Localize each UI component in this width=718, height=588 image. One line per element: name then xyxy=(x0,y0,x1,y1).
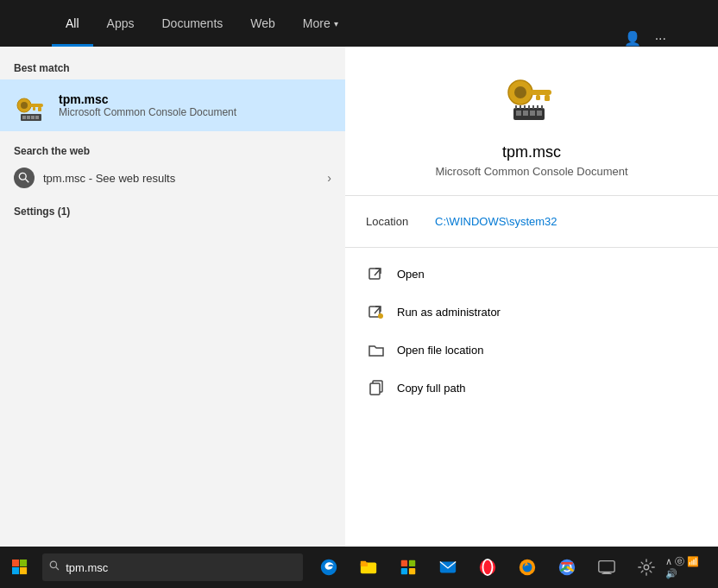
svg-rect-14 xyxy=(531,90,551,95)
svg-rect-35 xyxy=(370,383,380,395)
svg-rect-9 xyxy=(35,116,39,119)
ellipsis-icon[interactable]: ··· xyxy=(655,31,666,47)
search-icon xyxy=(14,168,35,188)
best-match-title: tpm.msc xyxy=(59,92,236,106)
open-location-action[interactable]: Open file location xyxy=(345,331,718,369)
taskbar-firefox-icon[interactable] xyxy=(508,548,546,586)
open-location-label: Open file location xyxy=(397,344,483,357)
app-title: tpm.msc xyxy=(502,143,561,161)
divider-1 xyxy=(345,195,718,196)
taskbar-search-input[interactable] xyxy=(66,561,290,574)
best-match-info: tpm.msc Microsoft Common Console Documen… xyxy=(59,92,236,118)
copy-path-label: Copy full path xyxy=(397,382,466,395)
svg-rect-7 xyxy=(27,116,30,119)
chevron-right-icon: › xyxy=(327,171,331,185)
tpm-icon xyxy=(14,88,48,123)
taskbar-chrome-icon[interactable] xyxy=(548,548,586,586)
svg-point-33 xyxy=(378,313,383,319)
taskbar-display-icon[interactable] xyxy=(588,548,626,586)
tab-apps[interactable]: Apps xyxy=(93,0,148,47)
svg-rect-23 xyxy=(520,105,521,109)
svg-rect-48 xyxy=(409,568,415,574)
settings-header: Settings (1) xyxy=(0,195,345,221)
search-tabs: All Apps Documents Web More ▾ 👤 ··· xyxy=(0,0,718,47)
best-match-subtitle: Microsoft Common Console Document xyxy=(59,106,236,118)
search-overlay: All Apps Documents Web More ▾ 👤 ··· Best… xyxy=(0,0,718,547)
svg-rect-19 xyxy=(523,111,528,116)
location-label: Location xyxy=(366,215,435,228)
svg-point-10 xyxy=(19,173,26,180)
svg-rect-28 xyxy=(541,105,543,109)
svg-rect-8 xyxy=(31,116,35,119)
left-panel: Best match xyxy=(0,47,345,547)
taskbar-edge-icon[interactable] xyxy=(310,548,348,586)
search-web-header: Search the web xyxy=(0,138,345,161)
svg-rect-22 xyxy=(515,105,517,109)
web-see-label: - See web results xyxy=(89,172,175,185)
svg-rect-21 xyxy=(537,111,542,116)
svg-rect-36 xyxy=(12,560,19,566)
user-icon[interactable]: 👤 xyxy=(624,30,641,47)
svg-rect-45 xyxy=(401,560,407,566)
svg-rect-26 xyxy=(532,105,534,109)
taskbar: ∧ ⓔ 📶 🔊 xyxy=(0,547,718,588)
taskbar-mail-icon[interactable] xyxy=(429,548,467,586)
taskbar-store-icon[interactable] xyxy=(389,548,427,586)
svg-rect-46 xyxy=(409,560,415,566)
open-action[interactable]: Open xyxy=(345,255,718,293)
location-row: Location C:\WINDOWS\system32 xyxy=(345,210,718,233)
web-search-item[interactable]: tpm.msc - See web results › xyxy=(0,161,345,195)
svg-point-1 xyxy=(21,102,28,109)
svg-rect-2 xyxy=(29,104,43,107)
svg-rect-6 xyxy=(22,116,26,119)
best-match-item[interactable]: tpm.msc Microsoft Common Console Documen… xyxy=(0,79,345,131)
svg-rect-39 xyxy=(20,567,27,574)
taskbar-explorer-icon[interactable] xyxy=(350,548,387,586)
svg-rect-15 xyxy=(545,95,550,101)
web-search-text: tpm.msc - See web results xyxy=(43,172,327,185)
taskbar-opera-icon[interactable] xyxy=(469,548,507,586)
taskbar-settings-icon[interactable] xyxy=(627,548,665,586)
svg-rect-37 xyxy=(20,560,27,566)
open-label: Open xyxy=(397,268,425,281)
search-content: Best match xyxy=(0,47,718,547)
svg-rect-38 xyxy=(12,567,19,574)
svg-line-41 xyxy=(56,567,59,570)
open-icon xyxy=(366,263,387,284)
divider-2 xyxy=(345,247,718,248)
svg-point-60 xyxy=(644,565,649,570)
svg-rect-44 xyxy=(361,561,366,565)
svg-rect-3 xyxy=(38,107,41,111)
app-icon-large xyxy=(497,64,566,133)
tab-web[interactable]: Web xyxy=(236,0,289,47)
svg-rect-25 xyxy=(528,105,530,109)
svg-rect-16 xyxy=(536,95,540,100)
taskbar-search[interactable] xyxy=(42,553,303,581)
svg-rect-57 xyxy=(599,561,614,572)
tab-more[interactable]: More ▾ xyxy=(289,0,352,47)
svg-rect-24 xyxy=(524,105,526,109)
tab-more-label: More xyxy=(303,16,331,30)
svg-rect-47 xyxy=(401,568,407,574)
copy-icon xyxy=(366,377,387,398)
tab-all[interactable]: All xyxy=(52,0,93,47)
svg-rect-18 xyxy=(516,111,521,116)
app-subtitle: Microsoft Common Console Document xyxy=(435,165,627,178)
svg-rect-20 xyxy=(530,111,535,116)
taskbar-right: ∧ ⓔ 📶 🔊 xyxy=(665,555,718,579)
best-match-header: Best match xyxy=(0,57,345,79)
right-panel: tpm.msc Microsoft Common Console Documen… xyxy=(345,47,718,547)
copy-path-action[interactable]: Copy full path xyxy=(345,369,718,407)
svg-point-40 xyxy=(50,561,56,567)
svg-line-11 xyxy=(25,179,28,182)
start-button[interactable] xyxy=(0,547,39,588)
run-admin-label: Run as administrator xyxy=(397,306,501,319)
chevron-down-icon: ▾ xyxy=(334,19,338,28)
tab-documents[interactable]: Documents xyxy=(148,0,236,47)
location-path[interactable]: C:\WINDOWS\system32 xyxy=(435,215,557,228)
system-tray: ∧ ⓔ 📶 🔊 xyxy=(665,555,711,579)
svg-rect-29 xyxy=(369,269,380,279)
folder-icon xyxy=(366,339,387,360)
web-query: tpm.msc xyxy=(43,172,85,185)
run-admin-action[interactable]: Run as administrator xyxy=(345,293,718,331)
